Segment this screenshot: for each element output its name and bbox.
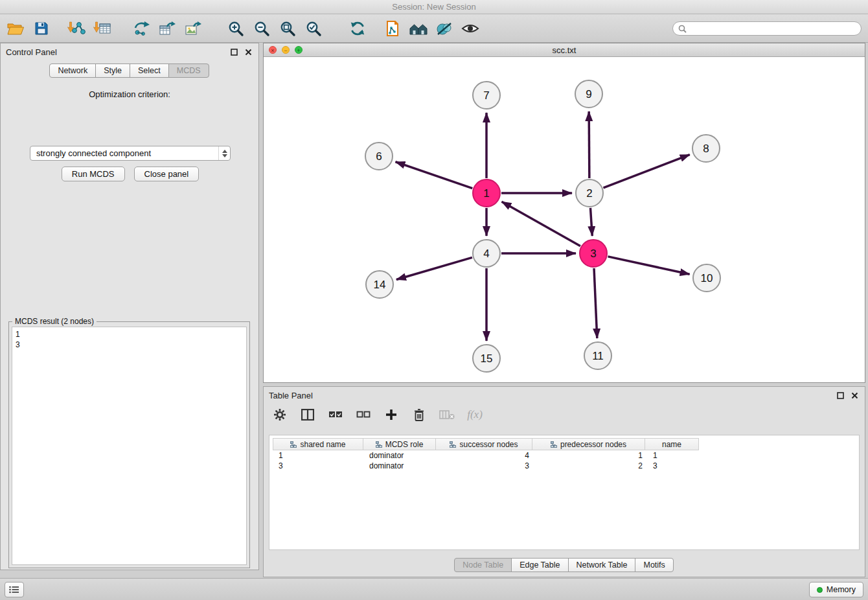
- float-table-panel-icon[interactable]: [835, 390, 845, 400]
- import-network-icon[interactable]: [63, 16, 89, 41]
- table-panel-tabs: Node Table Edge Table Network Table Moti…: [264, 558, 865, 572]
- graph-node-4[interactable]: 4: [473, 240, 500, 267]
- column-type-icon: [551, 441, 557, 448]
- graph-node-10[interactable]: 10: [693, 264, 720, 292]
- network-canvas[interactable]: 7968124314101511: [264, 57, 865, 382]
- table-settings-icon[interactable]: [271, 406, 288, 423]
- graph-node-label: 14: [374, 279, 386, 291]
- close-table-panel-icon[interactable]: [849, 390, 860, 400]
- column-header-successor-nodes[interactable]: successor nodes: [435, 438, 532, 450]
- graph-node-1[interactable]: 1: [473, 179, 500, 207]
- open-file-icon[interactable]: [3, 16, 29, 41]
- optimization-criterion-select[interactable]: strongly connected component: [30, 146, 231, 161]
- search-field[interactable]: [672, 21, 862, 36]
- export-image-icon[interactable]: [180, 16, 206, 41]
- mcds-result-line: 1: [16, 329, 243, 340]
- select-all-icon[interactable]: [327, 406, 344, 423]
- show-columns-icon[interactable]: [299, 406, 316, 423]
- graph-node-9[interactable]: 9: [575, 80, 602, 108]
- application-window: Session: New Session: [0, 0, 868, 600]
- graph-node-3[interactable]: 3: [580, 240, 607, 267]
- maximize-window-icon[interactable]: +: [295, 46, 303, 54]
- column-header-mcds-role[interactable]: MCDS role: [363, 438, 436, 450]
- table-row[interactable]: 1dominator411: [273, 450, 859, 461]
- tab-network-table[interactable]: Network Table: [568, 558, 636, 572]
- graph-edge-1-6[interactable]: [396, 162, 473, 189]
- delete-row-icon[interactable]: [411, 406, 428, 423]
- graph-node-label: 1: [483, 187, 489, 200]
- graph-node-6[interactable]: 6: [365, 143, 393, 170]
- table-cell: 1: [534, 451, 648, 460]
- tab-network[interactable]: Network: [49, 63, 96, 78]
- minimize-window-icon[interactable]: −: [282, 46, 290, 54]
- graph-edge-4-14[interactable]: [396, 257, 472, 279]
- table-cell: 1: [273, 451, 364, 460]
- dropdown-stepper-icon: [218, 146, 230, 160]
- close-panel-button[interactable]: Close panel: [134, 167, 200, 181]
- zoom-selected-icon[interactable]: [301, 16, 326, 41]
- graph-node-11[interactable]: 11: [584, 342, 611, 369]
- graph-edge-3-11[interactable]: [594, 268, 597, 338]
- tab-edge-table[interactable]: Edge Table: [511, 558, 568, 572]
- node-table[interactable]: shared name MCDS role successor nodes pr…: [269, 435, 860, 550]
- graph-edge-3-10[interactable]: [608, 257, 689, 274]
- graph-node-15[interactable]: 15: [473, 345, 500, 372]
- network-window-titlebar[interactable]: × − + scc.txt: [264, 43, 865, 57]
- close-window-icon[interactable]: ×: [269, 46, 277, 54]
- copy-network-icon[interactable]: [380, 16, 405, 41]
- column-header-name[interactable]: name: [645, 438, 699, 450]
- graph-node-2[interactable]: 2: [576, 179, 603, 207]
- add-row-icon[interactable]: [383, 406, 400, 423]
- mcds-result-title: MCDS result (2 nodes): [12, 317, 97, 326]
- tab-motifs[interactable]: Motifs: [635, 558, 673, 572]
- graph-node-7[interactable]: 7: [473, 82, 500, 109]
- status-bar: Memory: [0, 578, 868, 600]
- show-hide-icon[interactable]: [457, 16, 483, 41]
- graph-edge-2-9[interactable]: [589, 111, 589, 178]
- zoom-out-icon[interactable]: [249, 16, 275, 41]
- table-header-row: shared name MCDS role successor nodes pr…: [273, 438, 859, 450]
- export-table-icon[interactable]: [154, 16, 180, 41]
- run-mcds-button[interactable]: Run MCDS: [62, 167, 125, 181]
- first-neighbors-icon[interactable]: [405, 16, 431, 41]
- import-table-icon[interactable]: [89, 16, 115, 41]
- window-title: Session: New Session: [392, 2, 475, 12]
- graph-edge-2-3[interactable]: [590, 208, 592, 236]
- column-label: shared name: [300, 440, 345, 449]
- apply-style-icon[interactable]: [431, 16, 457, 41]
- search-input[interactable]: [687, 24, 849, 33]
- graph-node-14[interactable]: 14: [366, 271, 393, 298]
- new-network-icon[interactable]: [128, 16, 154, 41]
- mcds-result-list[interactable]: 13: [12, 327, 247, 565]
- deselect-all-icon[interactable]: [355, 406, 372, 423]
- function-builder-icon[interactable]: f(x): [466, 406, 483, 423]
- memory-status-icon: [817, 587, 823, 593]
- zoom-in-icon[interactable]: [223, 16, 249, 41]
- graph-node-label: 15: [481, 352, 493, 365]
- tab-node-table[interactable]: Node Table: [454, 558, 512, 572]
- delete-column-icon[interactable]: [439, 406, 455, 423]
- mcds-result-groupbox: MCDS result (2 nodes) 13: [8, 321, 250, 568]
- tab-select[interactable]: Select: [130, 63, 169, 78]
- tab-mcds[interactable]: MCDS: [168, 63, 209, 78]
- tab-style[interactable]: Style: [95, 63, 130, 78]
- refresh-layout-icon[interactable]: [345, 16, 371, 41]
- save-session-icon[interactable]: [29, 16, 54, 41]
- float-panel-icon[interactable]: [229, 47, 239, 57]
- graph-edge-3-1[interactable]: [502, 202, 580, 246]
- column-header-predecessor-nodes[interactable]: predecessor nodes: [532, 438, 645, 450]
- memory-button[interactable]: Memory: [809, 582, 863, 597]
- dropdown-selected-value: strongly connected component: [36, 148, 151, 158]
- column-label: name: [662, 440, 681, 449]
- zoom-fit-icon[interactable]: [275, 16, 301, 41]
- task-history-button[interactable]: [5, 582, 24, 597]
- table-row[interactable]: 3dominator323: [273, 461, 859, 471]
- column-type-icon: [290, 441, 297, 448]
- control-panel: Control Panel Network Style Select MCDS …: [0, 43, 259, 570]
- window-titlebar: Session: New Session: [0, 0, 868, 14]
- column-header-shared-name[interactable]: shared name: [273, 438, 363, 450]
- close-panel-icon[interactable]: [243, 47, 253, 57]
- graph-edge-2-8[interactable]: [603, 155, 689, 188]
- graph-node-label: 11: [592, 350, 604, 362]
- graph-node-8[interactable]: 8: [692, 135, 720, 162]
